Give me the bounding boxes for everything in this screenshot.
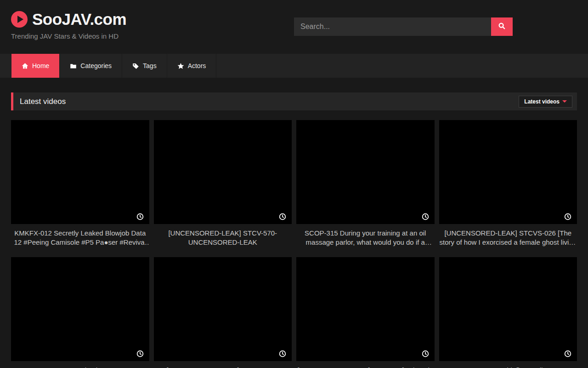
nav-item-label: Tags — [143, 62, 157, 69]
clock-icon — [564, 213, 571, 220]
video-title: HPSM-186 Girl @ Era Alice — [439, 366, 577, 368]
main-content: Latest videos Latest videos KMKFX-012 Se… — [0, 78, 588, 368]
site-tagline: Trending JAV Stars & Videos in HD — [11, 32, 126, 40]
video-card[interactable]: NAMH-042 H-Cup Big Tits Newcomer (170cm … — [11, 257, 149, 368]
video-title: SCOP-315 During your training at an oil … — [296, 229, 435, 247]
video-thumbnail[interactable] — [11, 257, 149, 361]
video-title: KMKFX-012 Secretly Leaked Blowjob Data 1… — [11, 229, 149, 247]
video-card[interactable]: KMKFX-012 Secretly Leaked Blowjob Data 1… — [11, 120, 149, 247]
site-header: SooJAV.com Trending JAV Stars & Videos i… — [0, 0, 588, 54]
video-title: [UNCENSORED-LEAK] MXGS-1306 Absolutely — [154, 366, 292, 368]
clock-icon — [279, 213, 286, 220]
video-thumbnail[interactable] — [154, 257, 292, 361]
play-logo-icon — [11, 11, 28, 28]
clock-icon — [136, 213, 144, 220]
video-card[interactable]: [UNCENSORED-LEAK] MXGS-1306 Absolutely — [154, 257, 292, 368]
search-button[interactable] — [491, 17, 513, 36]
video-card[interactable]: [UNCENSORED-LEAK] STCV-570-UNCENSORED-LE… — [154, 120, 292, 247]
video-thumbnail[interactable] — [439, 120, 577, 224]
video-card[interactable]: [UNCENSORED-LEAK] MLA-231 [3 shots in — [296, 257, 435, 368]
clock-icon — [564, 350, 571, 357]
clock-icon — [422, 350, 429, 357]
search-input[interactable] — [294, 17, 491, 36]
section-title: Latest videos — [20, 97, 66, 106]
video-thumbnail[interactable] — [296, 120, 435, 224]
search-form — [294, 17, 513, 36]
video-thumbnail[interactable] — [296, 257, 435, 361]
video-card[interactable]: SCOP-315 During your training at an oil … — [296, 120, 435, 247]
folder-icon — [70, 63, 77, 69]
video-thumbnail[interactable] — [154, 120, 292, 224]
search-icon — [498, 22, 506, 31]
site-logo[interactable]: SooJAV.com Trending JAV Stars & Videos i… — [11, 10, 126, 40]
chevron-down-icon — [562, 100, 567, 103]
video-grid: KMKFX-012 Secretly Leaked Blowjob Data 1… — [11, 120, 577, 368]
nav-item-label: Actors — [188, 62, 206, 69]
video-title: [UNCENSORED-LEAK] STCV-570-UNCENSORED-LE… — [154, 229, 292, 247]
main-nav: Home Categories Tags Actors — [0, 54, 588, 78]
video-title: [UNCENSORED-LEAK] STCVS-026 [The story o… — [439, 229, 577, 247]
nav-item-tags[interactable]: Tags — [122, 54, 167, 78]
clock-icon — [422, 213, 429, 220]
video-title: NAMH-042 H-Cup Big Tits Newcomer (170cm … — [11, 366, 149, 368]
star-icon — [177, 63, 184, 69]
video-thumbnail[interactable] — [11, 120, 149, 224]
nav-item-home[interactable]: Home — [11, 54, 60, 78]
video-card[interactable]: [UNCENSORED-LEAK] STCVS-026 [The story o… — [439, 120, 577, 247]
clock-icon — [136, 350, 144, 357]
section-header: Latest videos Latest videos — [11, 92, 577, 110]
nav-item-categories[interactable]: Categories — [60, 54, 122, 78]
home-icon — [22, 63, 28, 69]
video-card[interactable]: HPSM-186 Girl @ Era Alice — [439, 257, 577, 368]
sort-dropdown-label: Latest videos — [524, 98, 560, 105]
nav-item-actors[interactable]: Actors — [167, 54, 217, 78]
site-name: SooJAV.com — [32, 10, 126, 29]
tag-icon — [132, 63, 139, 69]
clock-icon — [279, 350, 286, 357]
video-thumbnail[interactable] — [439, 257, 577, 361]
sort-dropdown[interactable]: Latest videos — [519, 96, 572, 108]
nav-item-label: Home — [32, 62, 49, 69]
video-title: [UNCENSORED-LEAK] MLA-231 [3 shots in — [296, 366, 435, 368]
nav-item-label: Categories — [80, 62, 112, 69]
